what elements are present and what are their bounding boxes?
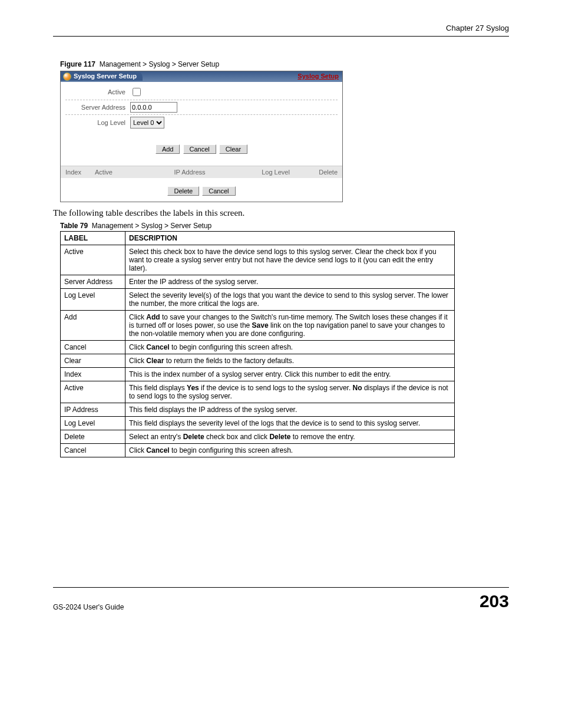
figure-label: Figure 117 [60, 60, 95, 68]
add-button[interactable]: Add [156, 144, 180, 154]
cell-label: Index [61, 368, 125, 381]
active-label: Active [65, 88, 130, 95]
cell-description: Select the severity level(s) of the logs… [125, 289, 455, 311]
col-index: Index [65, 169, 95, 176]
server-address-label: Server Address [65, 104, 130, 111]
col-ip: IP Address [130, 169, 249, 176]
figure-caption-text: Management > Syslog > Server Setup [100, 60, 219, 68]
cancel-button[interactable]: Cancel [183, 144, 216, 154]
cell-description: Click Clear to return the fields to the … [125, 354, 455, 368]
table-row: ActiveThis field displays Yes if the dev… [61, 381, 455, 403]
footer-guide: GS-2024 User's Guide [53, 603, 124, 611]
cell-label: IP Address [61, 403, 125, 417]
table-row: ClearClick Clear to return the fields to… [61, 354, 455, 368]
col-active: Active [95, 169, 130, 176]
form-area: Active Server Address Log Level Level 0 [61, 82, 342, 133]
table-caption-text: Management > Syslog > Server Setup [92, 222, 211, 230]
table-row: IndexThis is the index number of a syslo… [61, 368, 455, 381]
screenshot-panel: Syslog Server Setup Syslog Setup Active … [60, 71, 343, 202]
table-row: CancelClick Cancel to begin configuring … [61, 341, 455, 354]
cell-description: This field displays the severity level o… [125, 417, 455, 430]
th-label: LABEL [61, 232, 125, 245]
cell-description: Select an entry's Delete check box and c… [125, 430, 455, 444]
cell-description: Click Cancel to begin configuring this s… [125, 444, 455, 457]
body-text: The following table describes the labels… [53, 208, 509, 218]
cell-label: Clear [61, 354, 125, 368]
row-active: Active [65, 84, 338, 100]
table-label: Table 79 [60, 222, 88, 230]
log-level-select[interactable]: Level 0 [130, 117, 164, 129]
cancel-button-2[interactable]: Cancel [202, 186, 235, 196]
list-header: Index Active IP Address Log Level Delete [61, 166, 342, 178]
cell-description: Click Cancel to begin configuring this s… [125, 341, 455, 354]
table-row: Log LevelThis field displays the severit… [61, 417, 455, 430]
cell-label: Cancel [61, 341, 125, 354]
table-row: Server AddressEnter the IP address of th… [61, 275, 455, 289]
page-footer: GS-2024 User's Guide 203 [53, 587, 509, 611]
description-table: LABEL DESCRIPTION ActiveSelect this chec… [60, 231, 455, 457]
table-row: ActiveSelect this check box to have the … [61, 245, 455, 275]
cell-label: Delete [61, 430, 125, 444]
chapter-header: Chapter 27 Syslog [53, 24, 509, 37]
cell-description: This field displays the IP address of th… [125, 403, 455, 417]
cell-description: Enter the IP address of the syslog serve… [125, 275, 455, 289]
table-row: Log LevelSelect the severity level(s) of… [61, 289, 455, 311]
cell-label: Active [61, 245, 125, 275]
footer-page-number: 203 [480, 591, 509, 611]
table-row: DeleteSelect an entry's Delete check box… [61, 430, 455, 444]
th-description: DESCRIPTION [125, 232, 455, 245]
cell-label: Log Level [61, 417, 125, 430]
cell-description: This is the index number of a syslog ser… [125, 368, 455, 381]
form-buttons: Add Cancel Clear [61, 133, 342, 166]
window-titlebar: Syslog Server Setup Syslog Setup [61, 71, 342, 82]
cell-description: Select this check box to have the device… [125, 245, 455, 275]
table-row: AddClick Add to save your changes to the… [61, 311, 455, 341]
list-buttons: Delete Cancel [61, 178, 342, 202]
cell-label: Cancel [61, 444, 125, 457]
cell-label: Add [61, 311, 125, 341]
cell-label: Log Level [61, 289, 125, 311]
figure-caption: Figure 117 Management > Syslog > Server … [60, 60, 509, 68]
active-checkbox[interactable] [133, 88, 141, 96]
col-log: Log Level [249, 169, 302, 176]
cell-label: Server Address [61, 275, 125, 289]
row-server-address: Server Address [65, 100, 338, 115]
delete-button[interactable]: Delete [167, 186, 199, 196]
cell-description: Click Add to save your changes to the Sw… [125, 311, 455, 341]
window-title: Syslog Server Setup [61, 71, 143, 81]
window-title-text: Syslog Server Setup [74, 73, 137, 80]
clear-button[interactable]: Clear [219, 144, 247, 154]
syslog-setup-link[interactable]: Syslog Setup [297, 73, 339, 80]
table-row: IP AddressThis field displays the IP add… [61, 403, 455, 417]
globe-icon [63, 73, 71, 81]
log-level-label: Log Level [65, 119, 130, 126]
cell-description: This field displays Yes if the device is… [125, 381, 455, 403]
col-delete: Delete [302, 169, 338, 176]
cell-label: Active [61, 381, 125, 403]
row-log-level: Log Level Level 0 [65, 115, 338, 130]
table-caption: Table 79 Management > Syslog > Server Se… [60, 222, 509, 230]
server-address-input[interactable] [130, 102, 177, 113]
table-row: CancelClick Cancel to begin configuring … [61, 444, 455, 457]
